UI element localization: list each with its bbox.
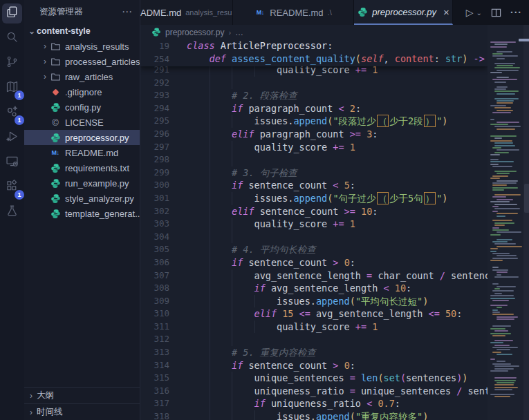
tree-item-processed_articles[interactable]: ›processed_articles [24,54,140,69]
code-line[interactable]: 300 if sentence_count < 5: [140,179,488,192]
activity-item-extensions[interactable]: 1 [2,178,22,198]
code-text: if paragraph_count < 2: [187,103,361,114]
code-line[interactable]: 309 issues.append("平均句长过短") [140,295,488,308]
minimap-line [496,307,502,308]
line-number: 313 [140,346,169,359]
indent-guide [254,295,255,308]
code-line[interactable]: 317 if uniqueness_ratio < 0.7: [140,397,488,410]
code-line[interactable]: 298 [140,153,488,166]
breadcrumb-symbol-more[interactable]: … [235,28,243,37]
code-line[interactable]: 305 # 4. 平均句长检查 [140,243,488,256]
tree-item-requirements.txt[interactable]: requirements.txt [24,160,140,175]
tab-ADME.md[interactable]: ADME.mdanalysis_results [140,0,233,25]
activity-item-sparkle[interactable]: 1 [2,103,22,123]
tree-item-content-style[interactable]: ⌄content-style [24,23,140,39]
indent-guide [210,307,210,321]
code-text: issues.append("平均句长过短") [187,296,428,307]
code-line[interactable]: 292 [140,77,488,90]
code-line[interactable]: 314 if sentence_count > 0: [140,359,488,372]
tree-item-.gitignore[interactable]: .gitignore [24,84,140,99]
tree-item-raw_articles[interactable]: ›raw_articles [24,69,140,84]
code-line[interactable]: 295 issues.append("段落过少（少于2段）") [140,115,488,128]
tree-item-run_example.py[interactable]: run_example.py [24,175,140,191]
minimap-line [496,110,513,111]
tab-README.md[interactable]: M↓README.md.\ [233,0,354,25]
code-editor[interactable]: 291 quality_score += 1292293 # 2. 段落检查29… [140,39,488,420]
breadcrumb: preprocessor.py›… [140,25,488,39]
minimap-line [490,342,503,343]
minimap-line [492,347,518,348]
code-line[interactable]: 254 def assess_content_quality(self, con… [140,52,488,66]
code-line[interactable]: 304 [140,231,488,244]
section-outline[interactable]: ›大纲 [24,387,140,403]
section-timeline[interactable]: ›时间线 [24,403,140,420]
code-line[interactable]: 293 # 2. 段落检查 [140,89,488,102]
code-line[interactable]: 312 [140,333,488,346]
minimap-line [494,171,517,172]
scrollbar-thumb[interactable] [524,184,529,213]
minimap-line [490,105,506,106]
activity-item-beaker[interactable] [2,202,22,222]
explorer-more-actions-icon[interactable]: ⋯ [122,8,133,15]
minimap-line [492,182,517,184]
code-text: if sentence_count > 0: [187,360,355,371]
tree-item-README.md[interactable]: M↓README.md [24,145,140,160]
tree-item-label: preprocessor.py [65,133,129,143]
code-line[interactable]: 311 quality_score += 1 [140,321,488,334]
tree-item-template_generat...[interactable]: template_generat... [24,206,140,221]
minimap-line [496,316,518,318]
code-line[interactable]: 306 if sentence_count > 0: [140,256,488,269]
minimap-line [492,335,505,336]
breadcrumb-file[interactable]: preprocessor.py [165,28,224,37]
activity-item-search[interactable] [2,28,22,48]
minimap-line [496,70,519,71]
code-line[interactable]: 19class ArticlePreprocessor: [140,39,488,52]
code-line[interactable]: 307 avg_sentence_length = char_count / s… [140,269,488,283]
scrollbar[interactable] [523,25,529,420]
code-line[interactable]: 313 # 5. 重复内容检查 [140,346,488,359]
minimap-line [496,239,512,240]
tree-item-preprocessor.py[interactable]: preprocessor.py [24,130,140,145]
tree-item-style_analyzer.py[interactable]: style_analyzer.py [24,191,140,206]
tree-item-label: run_example.py [65,178,129,189]
code-line[interactable]: 308 if avg_sentence_length < 10: [140,282,488,295]
run-dropdown-icon[interactable]: ⌄ [476,9,482,17]
indent-guide [232,333,232,346]
activity-item-run[interactable] [2,128,22,148]
line-number: 298 [140,153,169,166]
code-line[interactable]: 297 quality_score += 1 [140,141,488,154]
tree-item-config.py[interactable]: config.py [24,99,140,115]
more-actions-button[interactable]: ··· [510,7,522,18]
activity-item-files[interactable] [2,3,22,23]
run-button[interactable]: ▷ [466,7,474,18]
python-file-icon [151,28,161,37]
code-line[interactable]: 315 unique_sentences = len(set(sentences… [140,372,488,385]
activity-item-remote[interactable] [2,153,22,173]
code-text: if sentence_count < 5: [187,180,355,191]
code-line[interactable]: 302 elif sentence_count >= 10: [140,205,488,218]
tab-close-icon[interactable]: × [443,7,449,17]
python-file-icon [50,193,61,204]
minimap-line [496,65,513,66]
line-number: 314 [140,359,169,372]
code-line[interactable]: 318 issues.append("重复内容较多") [140,410,488,420]
code-line[interactable]: 303 quality_score += 1 [140,218,488,231]
activity-item-source-control[interactable] [2,53,22,73]
minimap-line [494,63,515,64]
tree-item-LICENSE[interactable]: ©LICENSE [24,115,140,130]
activity-item-map[interactable]: 1 [2,78,22,98]
tab-preprocessor.py[interactable]: preprocessor.py× [354,0,453,25]
code-line[interactable]: 299 # 3. 句子检查 [140,166,488,180]
code-line[interactable]: 316 uniqueness_ratio = unique_sentences … [140,385,488,398]
code-line[interactable]: 294 if paragraph_count < 2: [140,102,488,115]
code-line[interactable]: 310 elif 15 <= avg_sentence_length <= 50… [140,307,488,321]
minimap-line [494,222,514,224]
minimap[interactable] [488,25,523,420]
code-line[interactable]: 296 elif paragraph_count >= 3: [140,128,488,141]
tree-item-label: requirements.txt [65,163,129,173]
minimap-line [496,102,513,104]
code-line[interactable]: 301 issues.append("句子过少（少于5句）") [140,192,488,205]
split-editor-button[interactable] [491,8,501,18]
tree-item-analysis_results[interactable]: ›analysis_results [24,39,140,54]
minimap-line [494,98,519,99]
